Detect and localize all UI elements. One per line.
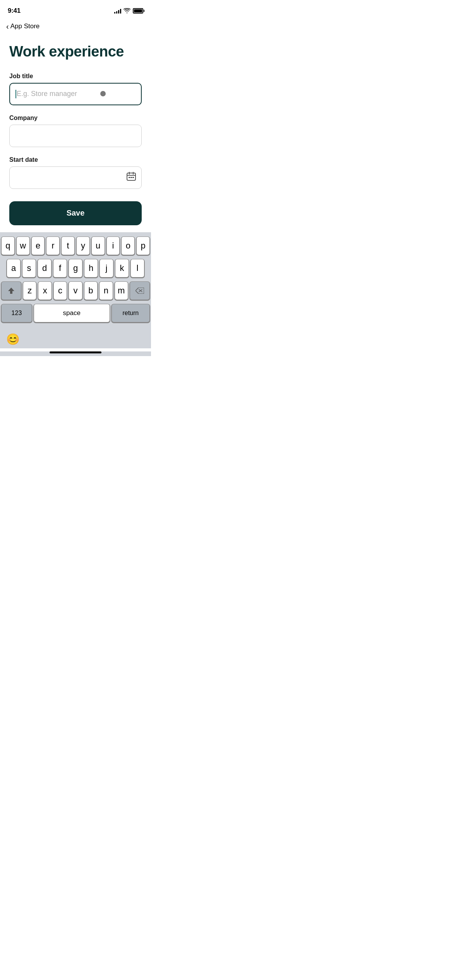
- calendar-icon: [126, 171, 136, 184]
- keyboard-row-1: q w e r t y u i o p: [2, 237, 149, 255]
- key-h[interactable]: h: [84, 259, 98, 277]
- key-j[interactable]: j: [100, 259, 113, 277]
- key-d[interactable]: d: [38, 259, 51, 277]
- status-bar: 9:41: [0, 0, 151, 19]
- key-b[interactable]: b: [84, 282, 97, 300]
- job-title-label: Job title: [9, 73, 142, 80]
- key-y[interactable]: y: [77, 237, 89, 255]
- keyboard-row-4: 123 space return: [2, 304, 149, 322]
- key-m[interactable]: m: [115, 282, 128, 300]
- key-a[interactable]: a: [7, 259, 20, 277]
- job-title-input[interactable]: E.g. Store manager: [9, 83, 142, 105]
- status-time: 9:41: [8, 7, 21, 15]
- back-label: App Store: [10, 22, 40, 30]
- text-cursor: [15, 90, 16, 98]
- svg-rect-0: [127, 173, 136, 180]
- key-o[interactable]: o: [122, 237, 134, 255]
- job-title-field-group: Job title E.g. Store manager: [9, 73, 142, 105]
- start-date-label: Start date: [9, 156, 142, 163]
- start-date-input[interactable]: [9, 166, 142, 189]
- key-p[interactable]: p: [137, 237, 149, 255]
- svg-rect-6: [132, 177, 134, 178]
- key-t[interactable]: t: [62, 237, 74, 255]
- signal-icon: [114, 8, 121, 14]
- key-g[interactable]: g: [69, 259, 82, 277]
- key-n[interactable]: n: [100, 282, 112, 300]
- touch-handle: [100, 91, 106, 96]
- key-e[interactable]: e: [32, 237, 45, 255]
- keyboard: q w e r t y u i o p a s d f g h j k l z …: [0, 232, 151, 328]
- key-i[interactable]: i: [107, 237, 120, 255]
- key-f[interactable]: f: [53, 259, 67, 277]
- key-c[interactable]: c: [54, 282, 67, 300]
- key-s[interactable]: s: [22, 259, 36, 277]
- home-indicator: [50, 351, 101, 353]
- company-input[interactable]: [9, 125, 142, 147]
- save-button[interactable]: Save: [9, 201, 142, 225]
- keyboard-row-3: z x c v b n m: [2, 282, 149, 300]
- key-x[interactable]: x: [38, 282, 51, 300]
- key-v[interactable]: v: [69, 282, 82, 300]
- bottom-spacer: [0, 351, 151, 356]
- space-key[interactable]: space: [34, 304, 110, 322]
- back-button[interactable]: ‹ App Store: [6, 21, 39, 32]
- return-key[interactable]: return: [112, 304, 149, 322]
- battery-icon: [133, 8, 143, 14]
- svg-rect-5: [130, 177, 132, 178]
- key-z[interactable]: z: [23, 282, 36, 300]
- wifi-icon: [124, 8, 130, 14]
- shift-key[interactable]: [2, 282, 21, 300]
- company-label: Company: [9, 115, 142, 122]
- start-date-wrapper: [9, 166, 142, 189]
- emoji-button[interactable]: 😊: [6, 333, 20, 346]
- nav-bar: ‹ App Store: [0, 19, 151, 36]
- key-r[interactable]: r: [46, 237, 59, 255]
- num-key[interactable]: 123: [2, 304, 32, 322]
- key-k[interactable]: k: [115, 259, 129, 277]
- svg-rect-4: [129, 177, 130, 178]
- backspace-key[interactable]: [130, 282, 149, 300]
- start-date-field-group: Start date: [9, 156, 142, 189]
- bottom-bar: 😊: [0, 328, 151, 348]
- key-q[interactable]: q: [2, 237, 14, 255]
- key-w[interactable]: w: [17, 237, 29, 255]
- status-icons: [114, 8, 143, 14]
- main-content: Work experience Job title E.g. Store man…: [0, 36, 151, 225]
- job-title-placeholder: E.g. Store manager: [17, 90, 77, 98]
- company-field-group: Company: [9, 115, 142, 147]
- key-u[interactable]: u: [92, 237, 105, 255]
- back-arrow-icon: ‹: [6, 22, 9, 30]
- keyboard-row-2: a s d f g h j k l: [2, 259, 149, 277]
- key-l[interactable]: l: [131, 259, 144, 277]
- page-title: Work experience: [9, 43, 142, 60]
